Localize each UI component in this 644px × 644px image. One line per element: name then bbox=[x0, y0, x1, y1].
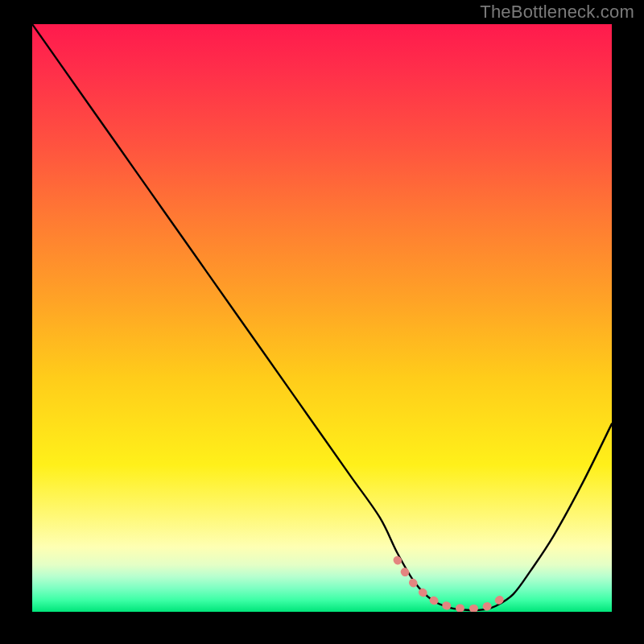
attribution-text: TheBottleneck.com bbox=[480, 2, 634, 23]
chart-frame: TheBottleneck.com bbox=[0, 0, 644, 644]
plot-area bbox=[32, 24, 612, 612]
highlight-dots bbox=[398, 560, 502, 609]
curve-line bbox=[32, 24, 612, 610]
chart-svg bbox=[32, 24, 612, 612]
